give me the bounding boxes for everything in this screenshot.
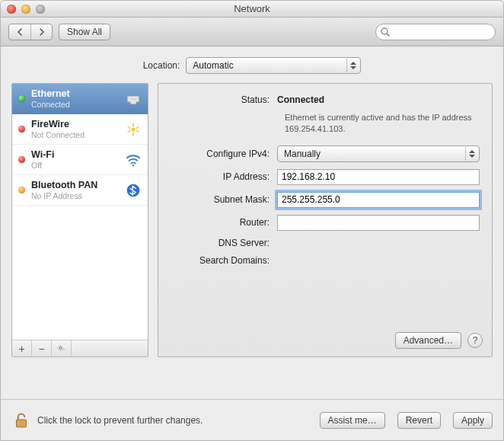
- lock-icon: [11, 411, 31, 430]
- svg-rect-6: [17, 419, 27, 427]
- sidebar-item-name: Bluetooth PAN: [31, 180, 123, 190]
- gear-icon: [56, 344, 66, 354]
- search-input[interactable]: [393, 26, 495, 38]
- search-icon: [380, 27, 391, 37]
- mask-input[interactable]: [277, 192, 480, 208]
- nav-back-forward: [8, 24, 53, 40]
- assist-button[interactable]: Assist me…: [320, 412, 385, 429]
- titlebar: Network: [1, 1, 503, 18]
- dns-label: DNS Server:: [171, 238, 277, 248]
- status-description: Ethernet is currently active and has the…: [285, 112, 480, 135]
- sidebar-item-name: FireWire: [31, 119, 123, 129]
- bluetooth-icon: [123, 183, 143, 198]
- add-interface-button[interactable]: +: [12, 340, 32, 356]
- window-title: Network: [1, 3, 503, 14]
- configure-label: Configure IPv4:: [171, 149, 277, 159]
- bottom-bar: Click the lock to prevent further change…: [1, 399, 503, 440]
- advanced-button[interactable]: Advanced…: [395, 332, 461, 349]
- svg-point-3: [132, 165, 135, 167]
- ethernet-icon: [123, 91, 143, 107]
- sidebar-item-firewire[interactable]: FireWire Not Connected: [12, 114, 148, 145]
- sidebar-item-name: Wi-Fi: [31, 149, 123, 160]
- chevron-right-icon: [38, 28, 46, 36]
- show-all-button[interactable]: Show All: [59, 24, 110, 40]
- svg-line-1: [387, 34, 389, 36]
- sidebar-item-bluetooth-pan[interactable]: Bluetooth PAN No IP Address: [12, 175, 148, 206]
- minimize-icon[interactable]: [21, 5, 30, 14]
- close-icon[interactable]: [7, 5, 16, 14]
- sidebar-item-ethernet[interactable]: Ethernet Connected: [12, 84, 148, 114]
- status-dot-icon: [18, 95, 25, 102]
- status-value: Connected: [277, 94, 480, 105]
- sidebar-item-wifi[interactable]: Wi-Fi Off: [12, 145, 148, 175]
- search-domains-row: Search Domains:: [171, 255, 480, 266]
- status-dot-icon: [18, 126, 25, 133]
- back-button[interactable]: [9, 24, 30, 40]
- router-row: Router:: [171, 215, 480, 231]
- wifi-icon: [123, 152, 143, 168]
- lock-area[interactable]: Click the lock to prevent further change…: [11, 411, 203, 430]
- configure-row: Configure IPv4: Manually: [171, 145, 480, 162]
- updown-icon: [346, 59, 359, 72]
- sidebar-item-sub: Not Connected: [31, 130, 123, 139]
- remove-interface-button[interactable]: −: [32, 340, 52, 356]
- updown-icon: [465, 147, 477, 161]
- main-area: Ethernet Connected FireWire Not Connecte…: [1, 83, 503, 357]
- svg-point-5: [59, 347, 62, 349]
- ip-label: IP Address:: [171, 171, 277, 182]
- status-row: Status: Connected: [171, 94, 480, 105]
- interfaces-sidebar: Ethernet Connected FireWire Not Connecte…: [11, 83, 148, 357]
- detail-pane: Status: Connected Ethernet is currently …: [158, 83, 493, 357]
- sidebar-item-text: Ethernet Connected: [31, 88, 123, 108]
- search-domains-label: Search Domains:: [171, 255, 277, 266]
- status-dot-icon: [18, 156, 25, 163]
- action-menu-button[interactable]: [52, 340, 72, 356]
- dns-row: DNS Server:: [171, 238, 480, 248]
- sidebar-item-text: Bluetooth PAN No IP Address: [31, 180, 123, 200]
- forward-button[interactable]: [30, 24, 52, 40]
- status-label: Status:: [171, 94, 277, 105]
- location-row: Location: Automatic: [1, 46, 503, 83]
- apply-button[interactable]: Apply: [453, 412, 493, 429]
- sidebar-footer: + −: [12, 340, 148, 356]
- sidebar-item-sub: Connected: [31, 100, 123, 109]
- interfaces-list: Ethernet Connected FireWire Not Connecte…: [12, 84, 148, 340]
- location-popup[interactable]: Automatic: [186, 57, 361, 74]
- sidebar-item-sub: Off: [31, 161, 123, 170]
- chevron-left-icon: [16, 28, 24, 36]
- help-button[interactable]: ?: [467, 333, 483, 348]
- location-value: Automatic: [193, 60, 233, 71]
- sidebar-item-text: FireWire Not Connected: [31, 119, 123, 139]
- router-label: Router:: [171, 217, 277, 228]
- svg-point-2: [132, 127, 136, 131]
- location-label: Location:: [143, 60, 180, 71]
- search-field[interactable]: [375, 24, 496, 40]
- ip-row: IP Address:: [171, 169, 480, 185]
- firewire-icon: [123, 122, 143, 137]
- revert-button[interactable]: Revert: [397, 412, 441, 429]
- detail-footer: Advanced… ?: [389, 332, 483, 349]
- sidebar-item-name: Ethernet: [31, 88, 123, 99]
- router-input[interactable]: [277, 215, 480, 231]
- configure-value: Manually: [284, 149, 321, 159]
- mask-row: Subnet Mask:: [171, 192, 480, 208]
- configure-popup[interactable]: Manually: [277, 145, 480, 162]
- sidebar-item-sub: No IP Address: [31, 191, 123, 200]
- mask-label: Subnet Mask:: [171, 194, 277, 205]
- window-controls: [7, 5, 45, 14]
- zoom-icon[interactable]: [36, 5, 45, 14]
- ip-input[interactable]: [277, 169, 480, 185]
- toolbar: Show All: [1, 18, 503, 46]
- status-dot-icon: [18, 187, 25, 193]
- sidebar-item-text: Wi-Fi Off: [31, 149, 123, 169]
- lock-text: Click the lock to prevent further change…: [37, 415, 203, 426]
